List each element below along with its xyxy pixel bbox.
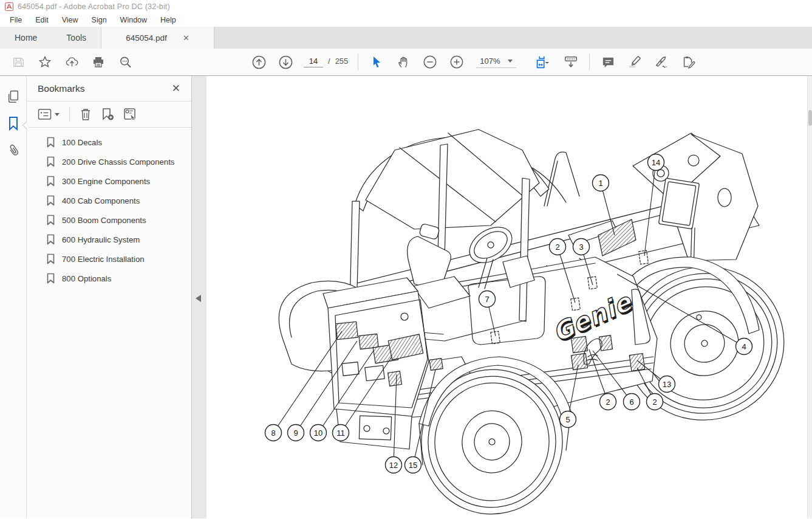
callout-12: 12 [386,457,402,473]
svg-text:8: 8 [271,428,275,438]
acrobat-window: 645054.pdf - Adobe Acrobat Pro DC (32-bi… [0,0,812,519]
callout-9: 9 [288,425,304,441]
comment-button[interactable] [597,51,619,73]
zoom-level-select[interactable]: 107% [476,57,516,68]
document-tab-label: 645054.pdf [126,33,167,43]
menu-item[interactable]: View [55,15,85,26]
save-button[interactable] [7,51,29,73]
bookmark-item[interactable]: 600 Hydraulic System [27,230,191,249]
close-tab-icon[interactable]: ✕ [183,34,189,42]
options-icon [38,108,52,120]
tab-document[interactable]: 645054.pdf ✕ [101,27,214,49]
collapse-panel-icon[interactable] [196,295,201,302]
fill-sign-button[interactable] [677,51,699,73]
bookmark-icon [46,253,55,264]
bookmark-label: 700 Electric Installation [62,255,145,264]
previous-page-icon [251,55,267,70]
bookmarks-panel-button[interactable] [0,110,27,137]
callout-7: 7 [479,291,496,308]
panel-gutter [192,76,206,518]
callout-1: 1 [593,175,609,191]
bookmarks-icon [7,115,19,131]
bookmark-item[interactable]: 800 Optionals [27,269,191,288]
print-icon [92,55,105,69]
menu-item[interactable]: Help [154,15,183,26]
share-button[interactable] [61,51,83,73]
bookmark-icon [46,215,55,225]
menu-item[interactable]: Sign [85,15,114,26]
bookmark-item[interactable]: 700 Electric Installation [27,249,191,269]
bookmark-item[interactable]: 400 Cab Components [27,191,191,210]
new-bookmark-button[interactable] [98,105,117,123]
callout-2: 2 [600,394,616,410]
page-scroll-icon [564,55,578,69]
bookmark-item[interactable]: 500 Boom Components [27,210,191,230]
callout-4: 4 [736,339,752,355]
bookmark-icon [46,156,55,167]
search-button[interactable] [114,51,136,73]
bookmark-item[interactable]: 300 Engine Components [27,171,191,191]
svg-text:1: 1 [598,179,602,188]
trash-icon [80,108,92,121]
menu-item[interactable]: Window [114,15,154,26]
close-panel-icon[interactable]: ✕ [172,82,180,95]
sign-button[interactable] [650,51,672,73]
bookmark-item[interactable]: 200 Drive Chassis Components [27,152,191,171]
callout-13: 13 [659,376,675,393]
bookmark-label: 100 Decals [62,138,102,147]
zoom-out-icon [423,55,437,69]
bookmark-icon [46,273,55,284]
bookmark-item[interactable]: 100 Decals [27,132,191,152]
highlight-icon [627,55,642,69]
callout-11: 11 [333,425,349,441]
bookmark-label: 300 Engine Components [62,177,150,186]
expand-bookmark-button[interactable] [121,105,140,123]
callout-15: 15 [405,457,421,473]
vertical-scrollbar[interactable] [807,76,812,518]
fit-width-button[interactable] [528,51,555,73]
zoom-out-button[interactable] [419,51,441,73]
star-button[interactable] [34,51,56,73]
page-number-input[interactable]: 14 [304,57,323,67]
bookmark-options-button[interactable] [35,106,62,123]
page-thumbnails-button[interactable] [0,83,27,110]
svg-text:14: 14 [652,158,660,167]
tab-tools[interactable]: Tools [52,27,101,49]
zoom-in-button[interactable] [446,51,468,73]
share-cloud-icon [65,55,79,69]
previous-page-button[interactable] [248,51,270,73]
callout-6: 6 [624,394,640,410]
bookmarks-list: 100 Decals 200 Drive Chassis Components … [27,128,191,288]
select-tool-button[interactable] [366,51,387,73]
attachments-button[interactable] [0,137,27,163]
svg-text:15: 15 [409,461,417,470]
svg-text:2: 2 [652,397,657,407]
hand-tool-icon [397,55,411,69]
highlight-button[interactable] [624,51,646,73]
callout-10: 10 [310,425,327,441]
svg-text:11: 11 [336,428,345,438]
bookmark-icon [46,137,55,148]
bookmark-icon [46,195,55,206]
callout-14: 14 [648,154,664,171]
print-button[interactable] [87,51,109,73]
attachments-icon [7,143,21,157]
callout-5: 5 [560,411,576,428]
next-page-button[interactable] [275,51,296,73]
callout-2: 2 [550,239,566,255]
new-bookmark-icon [100,108,115,121]
page-total: 255 [335,57,349,66]
window-title: 645054.pdf - Adobe Acrobat Pro DC (32-bi… [18,2,170,11]
delete-bookmark-button[interactable] [77,105,94,123]
search-icon [118,55,132,69]
svg-text:10: 10 [314,428,322,438]
scrollbar-thumb[interactable] [808,110,812,126]
menu-item[interactable]: File [3,15,29,26]
tab-home[interactable]: Home [0,27,52,49]
hand-tool-button[interactable] [392,51,414,73]
menu-item[interactable]: Edit [29,15,55,26]
next-page-icon [278,55,293,70]
pdf-page[interactable]: Genie Genie [206,76,807,518]
page-scrolling-button[interactable] [560,51,582,73]
title-bar: 645054.pdf - Adobe Acrobat Pro DC (32-bi… [0,0,812,13]
